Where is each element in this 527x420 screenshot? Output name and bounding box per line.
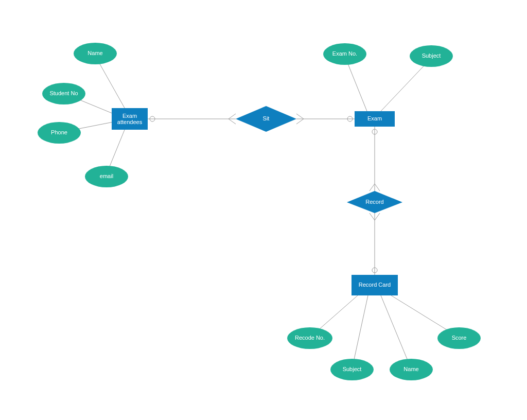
relationship-label: Sit	[263, 115, 270, 121]
attribute-label: Subject	[422, 52, 441, 59]
entity-exam: Exam	[355, 111, 395, 127]
attribute-score: Score	[437, 327, 481, 349]
conn-line	[353, 295, 368, 366]
er-diagram-canvas: Examattendees Name Student No Phone emai…	[0, 0, 527, 420]
attribute-label: email	[100, 173, 113, 179]
attribute-label: Student No	[49, 90, 78, 96]
entity-label: Exam	[367, 115, 382, 121]
relationship-sit: Sit	[236, 106, 296, 132]
attribute-subject: Subject	[410, 45, 453, 67]
attribute-label: Subject	[343, 366, 362, 372]
entity-record-card: Record Card	[352, 275, 398, 295]
conn-line	[381, 61, 429, 111]
attribute-label: Exam No.	[332, 50, 357, 57]
attribute-name: Name	[74, 43, 117, 64]
attribute-label: Name	[403, 366, 418, 372]
attribute-label: Phone	[51, 129, 67, 135]
attribute-phone: Phone	[38, 122, 81, 144]
attribute-label: Recode No.	[295, 335, 325, 341]
attribute-student-no: Student No	[42, 83, 85, 104]
relationship-record: Record	[347, 191, 402, 213]
entity-exam-attendees: Examattendees	[112, 108, 148, 130]
relationship-label: Record	[365, 199, 383, 205]
entity-label: Record Card	[359, 282, 391, 288]
conn-line	[96, 58, 126, 111]
conn-line	[381, 295, 410, 366]
attribute-label: Score	[452, 335, 467, 341]
conn-line	[346, 59, 367, 111]
attribute-rc-name: Name	[390, 359, 433, 380]
attribute-exam-no: Exam No.	[323, 43, 366, 65]
attribute-label: Name	[87, 50, 102, 56]
attribute-email: email	[85, 166, 128, 187]
attribute-rc-subject: Subject	[330, 359, 374, 380]
attribute-recode-no: Recode No.	[287, 327, 332, 349]
